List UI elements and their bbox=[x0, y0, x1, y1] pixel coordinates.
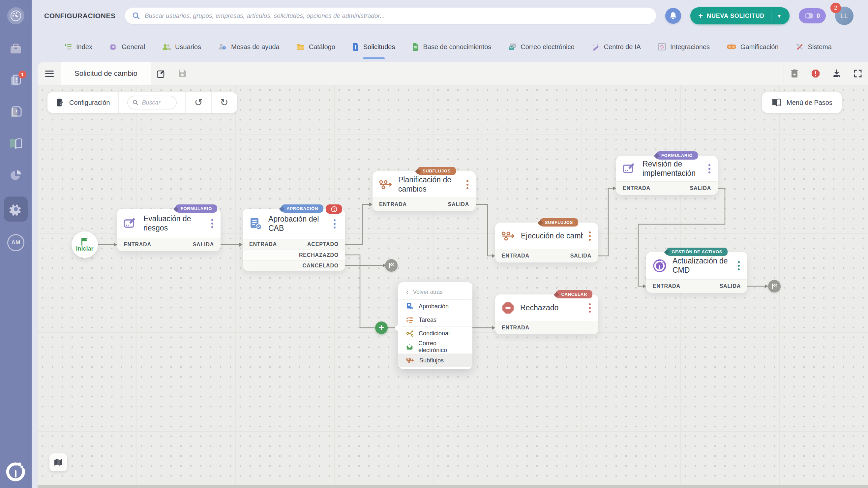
horizontal-scrollbar[interactable] bbox=[38, 485, 868, 488]
steps-menu-button[interactable]: Menú de Pasos bbox=[762, 92, 842, 113]
hamburger-icon bbox=[45, 70, 54, 77]
node-options-button[interactable] bbox=[589, 232, 591, 241]
node-options-button[interactable] bbox=[334, 219, 336, 228]
node-planificacion-de-cambios[interactable]: SUBFLUJOS Planificación de cambios ENTRA… bbox=[373, 171, 476, 211]
port-salida[interactable]: SALIDA bbox=[570, 253, 591, 259]
sidebar-notifications-badge: 1 bbox=[19, 70, 26, 79]
sidebar-item-am[interactable]: AM bbox=[5, 232, 26, 253]
port-salida[interactable]: SALIDA bbox=[448, 202, 469, 207]
tab-usuarios[interactable]: Usuarios bbox=[162, 43, 201, 51]
port-entrada[interactable]: ENTRADA bbox=[379, 202, 407, 207]
canvas-search-box[interactable] bbox=[127, 96, 177, 110]
tab-sistema[interactable]: Sistema bbox=[796, 43, 832, 51]
port-entrada[interactable]: ENTRADA bbox=[249, 241, 277, 247]
user-avatar[interactable]: LL 2 bbox=[835, 7, 854, 25]
sidebar-item-requests[interactable]: 1 bbox=[5, 70, 26, 91]
tab-general[interactable]: General bbox=[110, 43, 145, 51]
redo-button[interactable]: ↻ bbox=[211, 92, 237, 113]
download-workflow-button[interactable] bbox=[826, 62, 847, 85]
discard-changes-button[interactable] bbox=[784, 62, 805, 85]
global-search-input[interactable] bbox=[145, 12, 649, 20]
tab-integraciones[interactable]: Integraciones bbox=[658, 43, 710, 51]
port-salida[interactable]: SALIDA bbox=[690, 185, 711, 191]
tab-base-de-conocimientos[interactable]: Base de conocimientos bbox=[412, 43, 491, 51]
node-options-button[interactable] bbox=[211, 219, 214, 228]
dashboard-logo-icon[interactable] bbox=[7, 7, 24, 24]
port-entrada[interactable]: ENTRADA bbox=[653, 283, 680, 289]
undo-icon: ↺ bbox=[194, 98, 203, 108]
tab-catalogo[interactable]: Catálogo bbox=[297, 43, 335, 51]
sidebar-item-settings[interactable] bbox=[4, 196, 28, 221]
tab-centro-de-ia[interactable]: Centro de IA bbox=[592, 43, 641, 51]
minimap-button[interactable] bbox=[50, 453, 67, 471]
tab-correo-electronico[interactable]: Correo electrónico bbox=[508, 43, 574, 51]
port-rechazado[interactable]: RECHAZAZDO bbox=[299, 252, 339, 258]
node-options-button[interactable] bbox=[589, 303, 591, 313]
approval-icon bbox=[249, 217, 262, 231]
add-step-button[interactable]: + bbox=[375, 322, 388, 334]
menu-item-correo-electronico[interactable]: Correo electrónico bbox=[398, 340, 472, 354]
save-workflow-button[interactable] bbox=[172, 62, 193, 85]
general-gear-icon bbox=[110, 43, 117, 51]
edit-workflow-button[interactable] bbox=[151, 62, 172, 85]
global-search[interactable] bbox=[125, 8, 656, 24]
configuration-button[interactable]: Configuración bbox=[48, 92, 118, 113]
sidebar-item-briefcase[interactable] bbox=[5, 38, 26, 59]
node-revision-de-implementacion[interactable]: FORMULARIO Revisión de implementación EN… bbox=[616, 156, 718, 195]
node-options-button[interactable] bbox=[708, 164, 711, 174]
port-entrada[interactable]: ENTRADA bbox=[623, 185, 650, 191]
port-salida[interactable]: SALIDA bbox=[193, 242, 214, 248]
node-title: Planificación de cambios bbox=[398, 175, 461, 193]
end-node[interactable] bbox=[385, 259, 398, 272]
node-title: Revisión de implementación bbox=[643, 160, 703, 178]
new-request-button[interactable]: + NUEVA SOLICITUD ▼ bbox=[690, 7, 789, 24]
port-entrada[interactable]: ENTRADA bbox=[124, 242, 151, 248]
tab-index[interactable]: Index bbox=[65, 43, 92, 51]
trash-restore-icon bbox=[790, 69, 799, 78]
download-icon bbox=[832, 69, 841, 78]
node-options-button[interactable] bbox=[466, 180, 469, 189]
menu-item-aprobacion[interactable]: Aprobación bbox=[398, 299, 472, 313]
port-aceptado[interactable]: ACEPTADO bbox=[307, 241, 339, 247]
port-entrada[interactable]: ENTRADA bbox=[502, 253, 529, 259]
tab-solicitudes[interactable]: Solicitudes bbox=[352, 43, 395, 51]
port-cancelado[interactable]: CANCELADO bbox=[303, 263, 339, 269]
node-ejecucion-de-cambios[interactable]: SUBFLUJOS Ejecución de camb ENTRADA SALI… bbox=[495, 222, 598, 263]
workflow-canvas[interactable]: Configuración ↺ ↻ Menú de Pasos bbox=[38, 85, 868, 488]
sidebar-item-knowledge[interactable] bbox=[5, 133, 26, 154]
node-error-badge[interactable] bbox=[326, 205, 342, 214]
port-salida[interactable]: SALIDA bbox=[720, 283, 741, 289]
menu-item-subflujos[interactable]: Subflujos bbox=[398, 354, 472, 367]
validation-errors-button[interactable] bbox=[805, 62, 826, 85]
menu-item-tareas[interactable]: Tareas bbox=[398, 313, 472, 327]
fullscreen-icon bbox=[854, 69, 862, 78]
helpdesk-icon bbox=[218, 43, 227, 51]
port-entrada[interactable]: ENTRADA bbox=[502, 325, 529, 331]
tab-mesas-de-ayuda[interactable]: Mesas de ayuda bbox=[218, 43, 280, 51]
tab-gamificacion[interactable]: Gamificación bbox=[727, 43, 779, 51]
end-node[interactable] bbox=[768, 280, 781, 293]
node-evaluacion-de-riesgos[interactable]: FORMULARIO Evaluación de riesgos ENTRADA… bbox=[117, 209, 221, 251]
canvas-search-input[interactable] bbox=[142, 99, 172, 106]
context-menu-back[interactable]: ‹ Volver atrás bbox=[398, 284, 472, 299]
menu-button[interactable] bbox=[38, 62, 61, 85]
node-options-button[interactable] bbox=[738, 261, 740, 270]
sidebar-item-reports[interactable] bbox=[5, 165, 26, 186]
subflow-icon bbox=[502, 231, 515, 242]
start-node[interactable]: Iniciar bbox=[71, 232, 98, 258]
menu-item-condicional[interactable]: Condicional bbox=[398, 327, 472, 340]
chevron-down-icon[interactable]: ▼ bbox=[771, 13, 787, 19]
notifications-bell-button[interactable] bbox=[665, 8, 681, 24]
mail-icon bbox=[508, 43, 516, 51]
node-title: Rechazado bbox=[520, 303, 583, 313]
node-rechazado[interactable]: CANCELAR Rechazado ENTRADA bbox=[495, 295, 598, 334]
credits-pill[interactable]: 0 bbox=[799, 8, 826, 23]
fullscreen-button[interactable] bbox=[847, 62, 868, 85]
sidebar-item-documents[interactable] bbox=[5, 101, 26, 123]
form-icon bbox=[124, 217, 137, 230]
start-flag-icon bbox=[81, 237, 89, 246]
top-header: CONFIGURACIONES + NUEVA SOLICITUD ▼ 0 LL… bbox=[32, 0, 868, 32]
undo-button[interactable]: ↺ bbox=[185, 92, 211, 113]
node-aprobacion-del-cab[interactable]: APROBACIÓN Aprobación del CAB ENTRADA AC… bbox=[243, 209, 345, 271]
node-actualizacion-de-cmd[interactable]: GESTIÓN DE ACTIVOS Actualización de CMD … bbox=[646, 252, 747, 293]
